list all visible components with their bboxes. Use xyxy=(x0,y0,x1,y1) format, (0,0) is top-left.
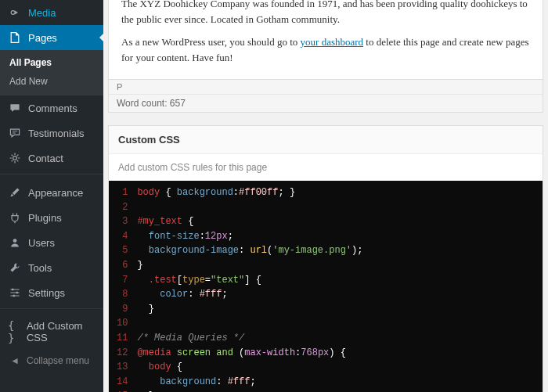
svg-rect-3 xyxy=(12,289,13,290)
comment-icon xyxy=(8,101,22,115)
code-gutter: 12345678910111213141516 xyxy=(109,181,131,392)
code-body[interactable]: body { background:#ff00ff; } #my_text { … xyxy=(131,181,543,392)
page-icon xyxy=(8,31,22,45)
editor-status-bar: P Word count: 657 xyxy=(108,80,543,113)
custom-css-metabox: Custom CSS Add custom CSS rules for this… xyxy=(108,125,543,392)
wrench-icon xyxy=(8,261,22,275)
sidebar-item-label: Comments xyxy=(28,102,78,114)
collapse-menu[interactable]: ◄ Collapse menu xyxy=(0,349,103,372)
dashboard-link[interactable]: your dashboard xyxy=(301,36,364,48)
sidebar-contact[interactable]: Contact xyxy=(0,146,103,171)
editor-paragraph: The XYZ Doohickey Company was founded in… xyxy=(121,0,530,27)
svg-point-2 xyxy=(13,239,17,243)
sidebar-appearance[interactable]: Appearance xyxy=(0,180,103,205)
sidebar-comments[interactable]: Comments xyxy=(0,95,103,120)
sidebar-tools[interactable]: Tools xyxy=(0,255,103,280)
sidebar-item-label: Settings xyxy=(28,287,65,299)
sidebar-item-label: Tools xyxy=(28,262,52,274)
main-content: The XYZ Doohickey Company was founded in… xyxy=(103,0,548,392)
sidebar-separator xyxy=(0,174,103,178)
sidebar-item-label: Add Custom CSS xyxy=(27,320,97,343)
sidebar-item-label: Media xyxy=(28,7,56,19)
css-code-editor[interactable]: 12345678910111213141516 body { backgroun… xyxy=(109,181,543,392)
metabox-title[interactable]: Custom CSS xyxy=(109,126,543,154)
svg-rect-4 xyxy=(16,292,18,293)
cog-icon xyxy=(8,151,22,165)
media-icon xyxy=(8,5,22,20)
testimonial-icon xyxy=(8,126,22,140)
collapse-icon: ◄ xyxy=(8,355,22,366)
editor-body[interactable]: The XYZ Doohickey Company was founded in… xyxy=(108,0,543,80)
sidebar-submenu: All PagesAdd New xyxy=(0,50,103,95)
sidebar-sub-all-pages[interactable]: All Pages xyxy=(0,53,103,72)
editor-paragraph: As a new WordPress user, you should go t… xyxy=(121,34,530,65)
sidebar-item-label: Plugins xyxy=(28,212,62,224)
sidebar-media[interactable]: Media xyxy=(0,0,103,25)
sidebar-plugins[interactable]: Plugins xyxy=(0,205,103,230)
svg-point-1 xyxy=(13,156,17,160)
sidebar-item-label: Appearance xyxy=(28,187,83,199)
sidebar-settings[interactable]: Settings xyxy=(0,280,103,305)
svg-point-0 xyxy=(11,11,15,15)
sidebar-sub-add-new[interactable]: Add New xyxy=(0,72,103,91)
braces-icon: { } xyxy=(8,325,20,339)
collapse-label: Collapse menu xyxy=(27,355,89,366)
admin-sidebar: Media Pages All PagesAdd New CommentsTes… xyxy=(0,0,103,392)
sidebar-pages[interactable]: Pages xyxy=(0,25,103,50)
sidebar-users[interactable]: Users xyxy=(0,230,103,255)
sidebar-item-label: Users xyxy=(28,237,55,249)
plug-icon xyxy=(8,210,22,225)
sidebar-item-label: Testimonials xyxy=(28,128,85,139)
word-count: Word count: 657 xyxy=(109,95,543,112)
sidebar-item-label: Pages xyxy=(28,32,57,44)
sidebar-separator xyxy=(0,308,103,313)
sidebar-item-label: Contact xyxy=(28,153,63,164)
editor-path: P xyxy=(109,80,543,95)
sidebar-testimonials[interactable]: Testimonials xyxy=(0,120,103,146)
brush-icon xyxy=(8,185,22,200)
svg-rect-5 xyxy=(13,295,15,297)
sliders-icon xyxy=(8,286,22,300)
users-icon xyxy=(8,236,22,250)
sidebar-add-custom-css[interactable]: { }Add Custom CSS xyxy=(0,315,103,349)
metabox-hint: Add custom CSS rules for this page xyxy=(109,154,543,178)
